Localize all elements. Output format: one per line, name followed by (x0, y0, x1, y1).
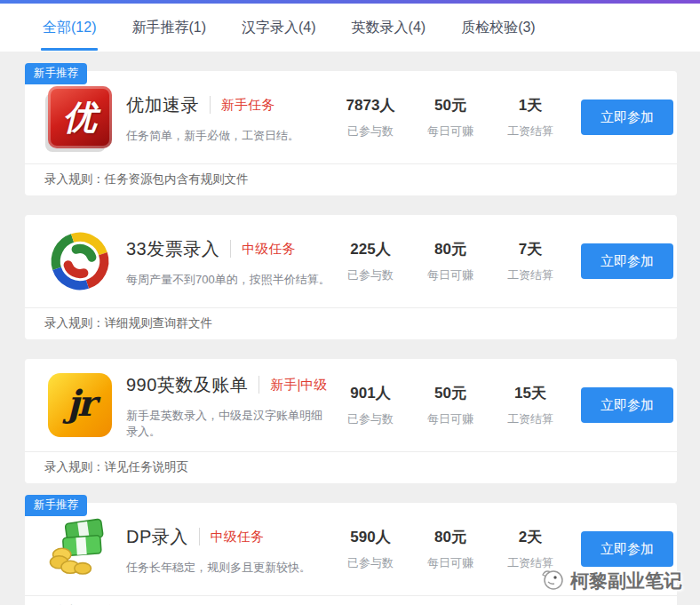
tab-chinese-entry[interactable]: 汉字录入(4) (240, 4, 318, 52)
logo-glyph: 优 (63, 95, 97, 140)
settlement-label: 工资结算 (490, 267, 570, 283)
participants-label: 已参与数 (330, 555, 410, 571)
join-now-button[interactable]: 立即参加 (581, 100, 673, 135)
daily-earning-value: 80元 (410, 527, 490, 547)
task-title: 33发票录入 (126, 237, 219, 261)
daily-earning-value: 50元 (410, 95, 490, 115)
task-stats: 901人已参与数 50元每日可赚 15天工资结算 (330, 383, 570, 427)
logo-glyph: jr (67, 382, 93, 424)
category-tabbar: 全部(12) 新手推荐(1) 汉字录入(4) 英数录入(4) 质检校验(3) (0, 4, 700, 52)
watermark-text: 柯黎副业笔记 (570, 569, 682, 593)
participants-label: 已参与数 (330, 267, 410, 283)
settlement-value: 7天 (490, 239, 570, 259)
task-list: 新手推荐 优 优加速录 新手任务 任务简单，新手必做，工资日结。 7873人已参… (0, 52, 700, 605)
entry-rule-text: 录入规则：任务资源包内含有规则文件 (25, 163, 677, 195)
settlement-value: 1天 (490, 95, 570, 115)
title-separator (230, 240, 231, 258)
task-level-tag: 中级任务 (242, 241, 295, 258)
entry-rule-text: 录入规则：详细规则查询群文件 (25, 307, 677, 339)
participants-value: 225人 (330, 239, 410, 259)
daily-earning-label: 每日可赚 (410, 411, 490, 427)
title-separator (210, 96, 211, 114)
join-now-button[interactable]: 立即参加 (581, 243, 673, 279)
participants-label: 已参与数 (330, 411, 410, 427)
task-stats: 7873人已参与数 50元每日可赚 1天工资结算 (330, 95, 570, 139)
title-separator (199, 528, 200, 545)
task-title: DP录入 (126, 525, 188, 549)
watermark: 柯黎副业笔记 (540, 567, 682, 594)
task-title: 990英数及账单 (126, 373, 248, 397)
tab-alphanumeric-entry[interactable]: 英数录入(4) (350, 4, 428, 52)
task-stats: 225人已参与数 80元每日可赚 7天工资结算 (330, 239, 570, 283)
daily-earning-label: 每日可赚 (410, 267, 490, 283)
join-now-button[interactable]: 立即参加 (581, 387, 673, 423)
task-level-tag: 中级任务 (211, 529, 264, 545)
task-stats: 590人已参与数 80元每日可赚 2天工资结算 (330, 527, 570, 571)
daily-earning-value: 50元 (410, 383, 490, 403)
participants-value: 590人 (330, 527, 410, 547)
settlement-value: 2天 (490, 527, 570, 547)
task-card-youjiasulu: 新手推荐 优 优加速录 新手任务 任务简单，新手必做，工资日结。 7873人已参… (25, 71, 677, 195)
tab-all[interactable]: 全部(12) (41, 4, 98, 52)
settlement-label: 工资结算 (490, 123, 570, 139)
daily-earning-value: 80元 (410, 239, 490, 259)
task-description: 每周产量不到700单的，按照半价结算。 (126, 272, 330, 288)
money-logo-icon (44, 513, 115, 585)
tab-quality-check[interactable]: 质检校验(3) (459, 4, 537, 52)
participants-label: 已参与数 (330, 123, 410, 139)
daily-earning-label: 每日可赚 (410, 123, 490, 139)
red-you-logo-icon: 优 (44, 82, 115, 153)
task-description: 新手是英数录入，中级是汉字账单明细录入。 (126, 408, 330, 440)
task-level-tag: 新手任务 (221, 97, 274, 114)
task-card-990yingshu: jr 990英数及账单 新手|中级 新手是英数录入，中级是汉字账单明细录入。 9… (25, 359, 677, 483)
task-card-33fapiao: 33发票录入 中级任务 每周产量不到700单的，按照半价结算。 225人已参与数… (25, 215, 677, 339)
panda-face-icon (540, 567, 564, 594)
settlement-label: 工资结算 (490, 411, 570, 427)
tab-newbie-recommend[interactable]: 新手推荐(1) (130, 4, 208, 52)
settlement-value: 15天 (490, 383, 570, 403)
task-level-tag: 新手|中级 (270, 377, 327, 394)
entry-rule-text: 录入规则：详见任务说明页 (25, 451, 677, 483)
jr-logo-icon: jr (44, 370, 115, 441)
swirl-logo-icon (44, 226, 115, 297)
entry-rule-text: 录入规则：详见任务说明页 (25, 595, 677, 605)
task-description: 任务长年稳定，规则多且更新较快。 (126, 560, 330, 576)
daily-earning-label: 每日可赚 (410, 555, 490, 571)
newbie-recommend-badge: 新手推荐 (25, 63, 87, 84)
title-separator (259, 376, 259, 394)
task-description: 任务简单，新手必做，工资日结。 (126, 128, 330, 144)
participants-value: 901人 (330, 383, 410, 403)
participants-value: 7873人 (330, 95, 410, 115)
task-list-page: 全部(12) 新手推荐(1) 汉字录入(4) 英数录入(4) 质检校验(3) 新… (0, 0, 700, 605)
join-now-button[interactable]: 立即参加 (581, 531, 673, 567)
newbie-recommend-badge: 新手推荐 (25, 495, 87, 516)
task-title: 优加速录 (126, 93, 199, 117)
